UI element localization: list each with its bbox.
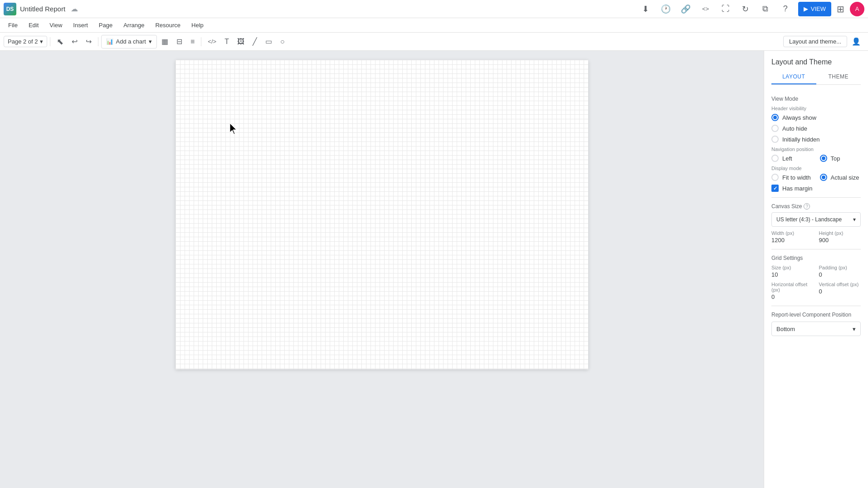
- help-button[interactable]: ?: [778, 2, 793, 16]
- component-position-label: Report-level Component Position: [771, 312, 861, 318]
- radio-always-show[interactable]: Always show: [771, 114, 861, 121]
- canvas-size-select[interactable]: US letter (4:3) - Landscape ▾: [771, 212, 861, 227]
- grid-padding-label: Padding (px): [819, 265, 861, 270]
- panel-tabs: LAYOUT THEME: [771, 70, 861, 85]
- radio-fit-width[interactable]: Fit to width: [771, 174, 813, 181]
- report-title: Untitled Report: [20, 5, 65, 13]
- canvas-area[interactable]: [0, 51, 764, 488]
- page-chevron-icon: ▾: [40, 38, 43, 45]
- width-value: 1200: [771, 237, 814, 244]
- display-mode-group: Fit to width Actual size: [771, 174, 861, 181]
- radio-initially-hidden-circle: [771, 136, 779, 143]
- v-offset-label: Vertical offset (px): [819, 282, 861, 287]
- table-button[interactable]: ▦: [158, 35, 172, 49]
- radio-auto-hide[interactable]: Auto hide: [771, 125, 861, 132]
- radio-fit-width-label: Fit to width: [782, 174, 811, 181]
- radio-nav-top[interactable]: Top: [820, 155, 861, 162]
- copy-button[interactable]: ⧉: [758, 2, 773, 16]
- has-margin-label: Has margin: [782, 185, 812, 192]
- top-bar-actions: ⬇ 🕐 🔗 <> ⛶ ↻ ⧉ ? ▶ VIEW ⊞ A: [639, 2, 864, 16]
- radio-actual-size-label: Actual size: [831, 174, 859, 181]
- tab-layout[interactable]: LAYOUT: [771, 70, 816, 84]
- history-button[interactable]: 🕐: [658, 2, 673, 16]
- width-field: Width (px) 1200: [771, 230, 814, 244]
- radio-nav-left-label: Left: [782, 155, 792, 162]
- menu-resource[interactable]: Resource: [151, 20, 185, 30]
- menu-arrange[interactable]: Arrange: [119, 20, 149, 30]
- canvas-size-info-icon[interactable]: ?: [804, 203, 810, 210]
- h-offset-value: 0: [771, 293, 814, 300]
- refresh-button[interactable]: ↻: [738, 2, 753, 16]
- display-mode-label: Display mode: [771, 166, 861, 171]
- grid-offsets: Horizontal offset (px) 0 Vertical offset…: [771, 282, 861, 300]
- height-field: Height (px) 900: [819, 230, 861, 244]
- menu-help[interactable]: Help: [187, 20, 208, 30]
- menu-edit[interactable]: Edit: [24, 20, 43, 30]
- code-button[interactable]: </>: [204, 35, 220, 49]
- radio-nav-left[interactable]: Left: [771, 155, 813, 162]
- radio-actual-size-circle: [820, 174, 827, 181]
- rectangle-button[interactable]: ▭: [262, 35, 276, 49]
- scorecard-button[interactable]: ≡: [187, 35, 198, 49]
- add-chart-label: Add a chart: [116, 38, 146, 45]
- add-chart-button[interactable]: 📊 Add a chart ▾: [101, 35, 157, 49]
- grid-size-field: Size (px) 10: [771, 265, 814, 278]
- canvas-dimensions: Width (px) 1200 Height (px) 900: [771, 230, 861, 244]
- radio-auto-hide-label: Auto hide: [782, 125, 807, 132]
- radio-actual-size[interactable]: Actual size: [820, 174, 861, 181]
- undo-button[interactable]: ↩: [68, 35, 81, 49]
- canvas-size-label: Canvas Size: [771, 203, 802, 210]
- right-panel: Layout and Theme LAYOUT THEME View Mode …: [764, 51, 868, 488]
- panel-content: View Mode Header visibility Always show …: [764, 85, 868, 342]
- filter-button[interactable]: ⊟: [173, 35, 186, 49]
- menu-insert[interactable]: Insert: [68, 20, 93, 30]
- menu-view[interactable]: View: [45, 20, 67, 30]
- radio-initially-hidden[interactable]: Initially hidden: [771, 136, 861, 143]
- page-indicator[interactable]: Page 2 of 2 ▾: [4, 36, 47, 47]
- grid-apps-icon[interactable]: ⊞: [837, 4, 844, 15]
- avatar[interactable]: A: [850, 2, 864, 16]
- radio-initially-hidden-label: Initially hidden: [782, 136, 819, 143]
- toolbar-divider-3: [201, 37, 201, 46]
- embed-button[interactable]: <>: [698, 2, 713, 16]
- divider-2: [771, 249, 861, 249]
- tab-theme[interactable]: THEME: [816, 70, 861, 84]
- toolbar: Page 2 of 2 ▾ ⬉ ↩ ↪ 📊 Add a chart ▾ ▦ ⊟ …: [0, 33, 868, 51]
- grid-settings-label: Grid Settings: [771, 255, 861, 261]
- circle-button[interactable]: ○: [277, 35, 288, 49]
- component-position-chevron: ▾: [853, 326, 856, 332]
- chart-icon: 📊: [106, 38, 113, 45]
- link-button[interactable]: 🔗: [678, 2, 693, 16]
- menu-file[interactable]: File: [4, 20, 22, 30]
- h-offset-label: Horizontal offset (px): [771, 282, 814, 293]
- share-people-button[interactable]: 👤: [848, 35, 864, 49]
- menu-page[interactable]: Page: [94, 20, 117, 30]
- divider-3: [771, 306, 861, 306]
- layout-theme-button[interactable]: Layout and theme...: [783, 36, 847, 47]
- radio-fit-width-circle: [771, 174, 779, 181]
- select-tool-button[interactable]: ⬉: [53, 35, 67, 49]
- has-margin-item[interactable]: Has margin: [771, 185, 861, 192]
- component-position-select[interactable]: Bottom ▾: [771, 322, 861, 336]
- radio-always-show-label: Always show: [782, 114, 816, 121]
- view-button[interactable]: ▶ VIEW: [798, 2, 831, 16]
- image-button[interactable]: 🖼: [234, 35, 248, 49]
- line-button[interactable]: ╱: [249, 35, 261, 49]
- canvas-size-value: US letter (4:3) - Landscape: [776, 216, 842, 223]
- grid-size-label: Size (px): [771, 265, 814, 270]
- add-chart-chevron: ▾: [149, 38, 152, 45]
- height-label: Height (px): [819, 230, 861, 236]
- top-bar: DS Untitled Report ☁ ⬇ 🕐 🔗 <> ⛶ ↻ ⧉ ? ▶ …: [0, 0, 868, 18]
- page-indicator-text: Page 2 of 2: [8, 38, 38, 45]
- radio-always-show-circle: [771, 114, 779, 121]
- fullscreen-button[interactable]: ⛶: [718, 2, 733, 16]
- layout-theme-label: Layout and theme...: [789, 38, 841, 45]
- grid-padding-value: 0: [819, 271, 861, 278]
- grid-size-value: 10: [771, 271, 814, 278]
- width-label: Width (px): [771, 230, 814, 236]
- textbox-button[interactable]: T: [221, 35, 233, 49]
- redo-button[interactable]: ↪: [82, 35, 95, 49]
- cursor-pointer: [230, 123, 239, 134]
- has-margin-checkbox: [771, 185, 779, 192]
- download-button[interactable]: ⬇: [639, 2, 653, 16]
